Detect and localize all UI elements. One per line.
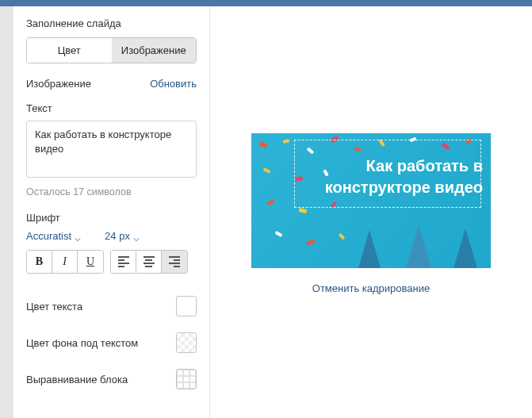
overlay-text: Как работать в конструкторе видео	[324, 155, 483, 198]
bg-color-swatch[interactable]	[176, 332, 197, 353]
text-label: Текст	[26, 102, 197, 114]
text-input[interactable]	[26, 121, 197, 178]
image-row: Изображение Обновить	[26, 78, 197, 90]
align-center-button[interactable]	[136, 251, 162, 273]
cancel-crop-link[interactable]: Отменить кадрирование	[312, 282, 430, 294]
bold-button[interactable]: B	[27, 251, 52, 273]
chevron-down-icon	[133, 233, 140, 240]
settings-panel: Заполнение слайда Цвет Изображение Изобр…	[13, 6, 210, 418]
font-row: Accuratist 24 px	[26, 230, 197, 242]
panel-title: Заполнение слайда	[26, 17, 197, 29]
font-size-value: 24 px	[105, 230, 130, 242]
align-left-icon	[118, 256, 129, 267]
tab-image[interactable]: Изображение	[112, 38, 197, 63]
block-align-row: Выравнивание блока	[26, 361, 197, 397]
slide-preview[interactable]: Как работать в конструкторе видео	[251, 133, 491, 268]
image-label: Изображение	[26, 78, 91, 90]
block-align-grid[interactable]	[176, 369, 197, 389]
underline-button[interactable]: U	[78, 251, 103, 273]
font-label: Шрифт	[26, 212, 197, 224]
text-color-label: Цвет текста	[26, 301, 82, 313]
preview-area: Как работать в конструкторе видео Отмени…	[210, 6, 532, 418]
chars-left: Осталось 17 символов	[26, 186, 197, 197]
tab-color[interactable]: Цвет	[27, 38, 112, 63]
block-align-label: Выравнивание блока	[26, 374, 128, 385]
main: Заполнение слайда Цвет Изображение Изобр…	[0, 6, 532, 418]
chevron-down-icon	[75, 233, 81, 240]
left-gutter	[0, 6, 13, 418]
align-left-button[interactable]	[111, 251, 136, 273]
align-right-icon	[169, 256, 180, 267]
bg-color-row: Цвет фона под текстом	[26, 324, 197, 361]
fill-tabs: Цвет Изображение	[26, 37, 197, 63]
font-size-dropdown[interactable]: 24 px	[105, 230, 140, 242]
bg-color-label: Цвет фона под текстом	[26, 337, 138, 349]
align-center-icon	[144, 256, 155, 267]
align-right-button[interactable]	[162, 251, 187, 273]
style-group: B I U	[26, 250, 104, 274]
align-group	[110, 250, 188, 274]
font-family-dropdown[interactable]: Accuratist	[26, 230, 81, 242]
top-bar	[0, 0, 532, 6]
italic-button[interactable]: I	[52, 251, 78, 273]
update-link[interactable]: Обновить	[150, 78, 197, 90]
text-color-swatch[interactable]	[176, 296, 197, 316]
format-toolbar: B I U	[26, 250, 197, 274]
font-family-value: Accuratist	[26, 230, 71, 242]
text-color-row: Цвет текста	[26, 288, 197, 324]
